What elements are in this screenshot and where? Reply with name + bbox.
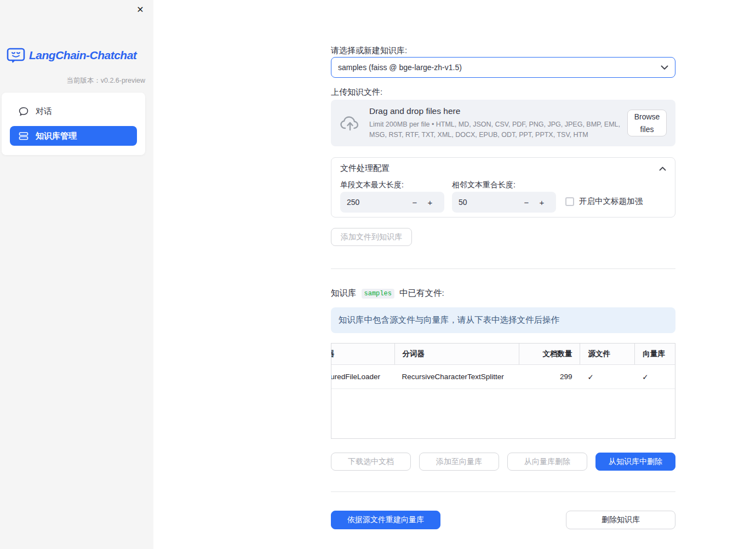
delete-from-kb-button[interactable]: 从知识库中删除 [595,453,675,471]
sidebar-close-icon[interactable]: ✕ [134,4,146,16]
browse-files-button[interactable]: Browse files [627,110,667,136]
delete-from-vector-store-button[interactable]: 从向量库删除 [507,453,587,471]
kb-files-heading: 知识库 samples 中已有文件: [331,288,444,299]
logo-smiley-bubble-icon [7,47,25,64]
dropzone-text: Drag and drop files here Limit 200MB per… [369,106,620,139]
checkbox-label: 开启中文标题加强 [579,196,643,207]
app-window: ✕ LangChain-Chatchat 当前版本：v0.2.6-preview… [0,0,756,549]
table-header-row: 文档加载器 分词器 文档数量 源文件 向量库 [331,344,675,365]
rebuild-vector-store-button[interactable]: 依据源文件重建向量库 [331,511,440,529]
sidebar: ✕ LangChain-Chatchat 当前版本：v0.2.6-preview… [0,0,153,549]
sidebar-item-label: 知识库管理 [36,131,77,141]
cell-source-file-check: ✓ [580,365,634,388]
column-header-source-file[interactable]: 源文件 [580,344,634,364]
overlap-value: 50 [459,198,519,207]
cell-splitter: RecursiveCharacterTextSplitter [394,365,519,388]
info-alert-text: 知识库中包含源文件与向量库，请从下表中选择文件后操作 [339,314,559,326]
chevron-down-icon [661,65,668,70]
overlap-decrement-button[interactable]: − [519,198,534,207]
chunk-size-increment-button[interactable]: + [422,198,438,207]
version-text: 当前版本：v0.2.6-preview [66,76,145,85]
upload-label: 上传知识文件: [331,87,382,98]
file-action-buttons: 下载选中文档 添加至向量库 从向量库删除 从知识库中删除 [331,453,675,471]
cell-vector-store-check: ✓ [634,365,675,388]
chevron-up-icon [659,167,666,171]
chunk-size-value: 250 [347,198,407,207]
overlap-input[interactable]: 50 − + [452,192,556,213]
kb-list-icon [19,131,28,140]
chunk-size-input[interactable]: 250 − + [340,192,444,213]
file-config-expander: 文件处理配置 单段文本最大长度: 250 − + 相邻文本重合长度: 50 − … [331,157,675,218]
column-header-doc-count[interactable]: 文档数量 [519,344,580,364]
kb-files-table[interactable]: 文档加载器 分词器 文档数量 源文件 向量库 UnstructuredFileL… [331,343,675,439]
column-header-splitter[interactable]: 分词器 [394,344,519,364]
chat-bubble-icon [19,107,28,116]
chunk-size-label: 单段文本最大长度: [340,180,404,190]
cell-doc-count: 299 [519,365,580,388]
add-to-vector-store-button[interactable]: 添加至向量库 [419,453,499,471]
kb-name-code: samples [362,289,394,299]
sidebar-item-label: 对话 [36,106,52,117]
dropzone-hint: Limit 200MB per file • HTML, MD, JSON, C… [369,119,620,139]
column-header-loader[interactable]: 文档加载器 [331,344,394,364]
kb-select-label: 请选择或新建知识库: [331,45,407,56]
cloud-upload-icon [340,115,360,132]
app-logo: LangChain-Chatchat [7,47,136,64]
overlap-increment-button[interactable]: + [534,198,549,207]
chunk-size-decrement-button[interactable]: − [407,198,422,207]
sidebar-menu: 对话 知识库管理 [2,93,145,155]
kb-select-value: samples (faiss @ bge-large-zh-v1.5) [338,63,661,72]
overlap-label: 相邻文本重合长度: [452,180,516,190]
expander-header[interactable]: 文件处理配置 [331,158,675,176]
expander-title: 文件处理配置 [340,161,659,174]
column-header-vector-store[interactable]: 向量库 [634,344,675,364]
dropzone-title: Drag and drop files here [369,106,620,116]
checkbox-unchecked[interactable] [565,197,574,206]
table-row[interactable]: UnstructuredFileLoader RecursiveCharacte… [331,365,675,389]
divider [331,268,675,269]
info-alert: 知识库中包含源文件与向量库，请从下表中选择文件后操作 [331,307,675,333]
file-dropzone[interactable]: Drag and drop files here Limit 200MB per… [331,100,675,146]
kb-select-input[interactable]: samples (faiss @ bge-large-zh-v1.5) [331,57,675,78]
app-title: LangChain-Chatchat [29,49,136,62]
sidebar-item-dialogue[interactable]: 对话 [10,102,137,121]
divider [331,491,675,492]
add-files-to-kb-button[interactable]: 添加文件到知识库 [331,228,412,246]
download-selected-button[interactable]: 下载选中文档 [331,453,411,471]
delete-kb-button[interactable]: 删除知识库 [566,511,675,529]
zh-title-enhance-checkbox-row[interactable]: 开启中文标题加强 [565,196,643,207]
sidebar-item-kb-management[interactable]: 知识库管理 [10,126,137,146]
cell-loader: UnstructuredFileLoader [331,365,394,388]
